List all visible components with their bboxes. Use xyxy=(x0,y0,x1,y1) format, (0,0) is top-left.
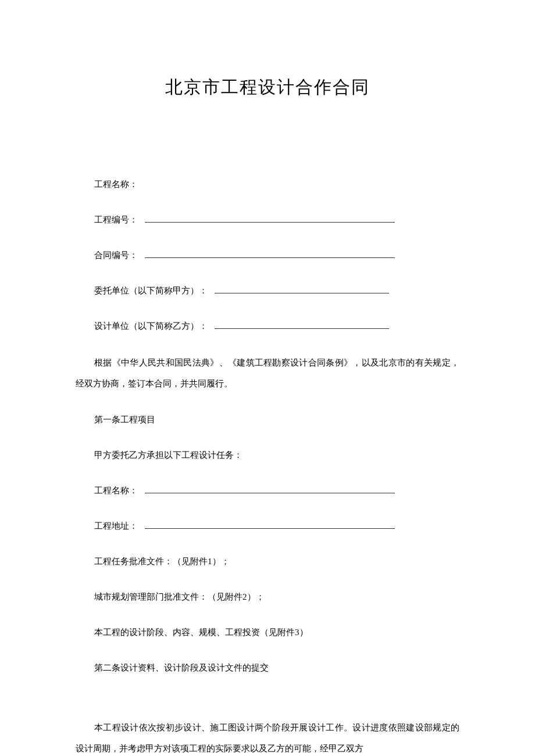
party-a-blank xyxy=(215,285,389,293)
spacer xyxy=(76,694,459,717)
a1-project-name-label: 工程名称： xyxy=(94,486,138,495)
project-no-blank xyxy=(145,214,395,223)
field-project-no: 工程编号： xyxy=(76,210,459,230)
contract-no-label: 合同编号： xyxy=(94,250,138,260)
field-a1-project-name: 工程名称： xyxy=(76,481,459,500)
contract-no-blank xyxy=(145,249,395,258)
project-name-label: 工程名称： xyxy=(94,180,138,189)
article1-approval1: 工程任务批准文件：（见附件1）； xyxy=(76,552,459,571)
a1-project-addr-blank xyxy=(145,520,395,529)
article2-body: 本工程设计依次按初步设计、施工图设计两个阶段开展设计工作。设计进度依照建设部规定… xyxy=(76,717,459,756)
document-title: 北京市工程设计合作合同 xyxy=(76,76,459,99)
field-party-a: 委托单位（以下简称甲方）： xyxy=(76,281,459,300)
field-project-name: 工程名称： xyxy=(76,175,459,194)
article1-intro: 甲方委托乙方承担以下工程设计任务： xyxy=(76,446,459,465)
intro-paragraph: 根据《中华人民共和国民法典》、《建筑工程勘察设计合同条例》，以及北京市的有关规定… xyxy=(76,352,459,394)
article1-approval2: 城市规划管理部门批准文件：（见附件2）； xyxy=(76,587,459,607)
article2-heading: 第二条设计资料、设计阶段及设计文件的提交 xyxy=(76,658,459,678)
field-party-b: 设计单位（以下简称乙方）： xyxy=(76,317,459,336)
document-body: 工程名称： 工程编号： 合同编号： 委托单位（以下简称甲方）： 设计单位（以下简… xyxy=(76,175,459,756)
a1-project-addr-label: 工程地址： xyxy=(94,521,138,531)
project-no-label: 工程编号： xyxy=(94,215,138,224)
a1-project-name-blank xyxy=(145,485,395,493)
party-b-blank xyxy=(215,320,389,329)
article1-heading: 第一条工程项目 xyxy=(76,410,459,429)
party-a-label: 委托单位（以下简称甲方）： xyxy=(94,286,208,295)
party-b-label: 设计单位（以下简称乙方）： xyxy=(94,321,208,331)
article1-approval3: 本工程的设计阶段、内容、规模、工程投资（见附件3） xyxy=(76,623,459,642)
field-contract-no: 合同编号： xyxy=(76,246,459,265)
field-a1-project-addr: 工程地址： xyxy=(76,517,459,536)
